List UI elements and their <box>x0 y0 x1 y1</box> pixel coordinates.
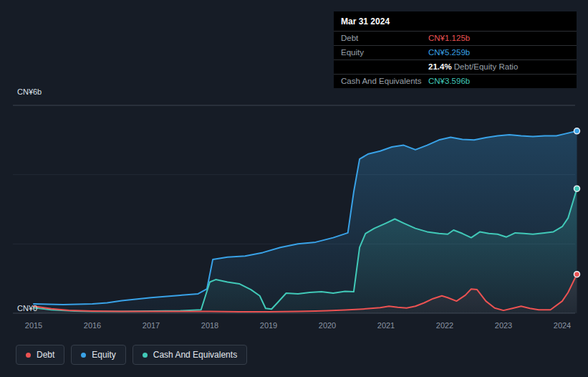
x-tick: 2024 <box>554 321 571 330</box>
x-tick: 2021 <box>377 321 395 330</box>
debt-equity-history-chart: CN¥6b CN¥0 20152016201720182019202020212… <box>0 0 588 377</box>
legend: Debt Equity Cash And Equivalents <box>16 345 247 365</box>
equity-dot-icon <box>81 353 86 358</box>
y-axis-label-max: CN¥6b <box>17 87 42 96</box>
x-tick: 2016 <box>84 321 101 330</box>
legend-cash-label: Cash And Equivalents <box>153 350 237 360</box>
tooltip-ratio-value: 21.4% Debt/Equity Ratio <box>428 62 569 72</box>
x-tick: 2019 <box>260 321 277 330</box>
tooltip-ratio-label: Debt/Equity Ratio <box>454 62 519 71</box>
tooltip-row-equity: Equity CN¥5.259b <box>334 45 577 59</box>
tooltip-row-cash: Cash And Equivalents CN¥3.596b <box>334 74 577 88</box>
x-tick: 2018 <box>201 321 218 330</box>
y-axis-label-zero: CN¥0 <box>17 304 37 312</box>
tooltip-debt-value: CN¥1.125b <box>428 33 569 44</box>
tooltip-row-debt: Debt CN¥1.125b <box>334 31 577 45</box>
tooltip-equity-label: Equity <box>341 47 428 58</box>
tooltip-equity-value: CN¥5.259b <box>428 47 569 58</box>
x-axis: 2015201620172018201920202021202220232024 <box>0 321 588 333</box>
tooltip-cash-label: Cash And Equivalents <box>341 76 428 87</box>
x-tick: 2020 <box>319 321 336 330</box>
tooltip-date: Mar 31 2024 <box>334 11 577 31</box>
chart-tooltip: Mar 31 2024 Debt CN¥1.125b Equity CN¥5.2… <box>334 11 577 88</box>
x-tick: 2015 <box>25 321 42 330</box>
x-tick: 2017 <box>143 321 160 330</box>
cash-dot-icon <box>143 353 148 358</box>
tooltip-debt-label: Debt <box>341 33 428 44</box>
x-tick: 2023 <box>495 321 512 330</box>
legend-item-cash[interactable]: Cash And Equivalents <box>132 345 247 365</box>
x-tick: 2022 <box>436 321 453 330</box>
legend-debt-label: Debt <box>37 350 54 360</box>
legend-equity-label: Equity <box>92 350 115 360</box>
debt-dot-icon <box>26 353 31 358</box>
legend-item-debt[interactable]: Debt <box>16 345 64 365</box>
tooltip-ratio-percent: 21.4% <box>428 62 452 71</box>
legend-item-equity[interactable]: Equity <box>71 345 125 365</box>
tooltip-row-ratio: 21.4% Debt/Equity Ratio <box>334 59 577 74</box>
tooltip-cash-value: CN¥3.596b <box>428 76 569 87</box>
